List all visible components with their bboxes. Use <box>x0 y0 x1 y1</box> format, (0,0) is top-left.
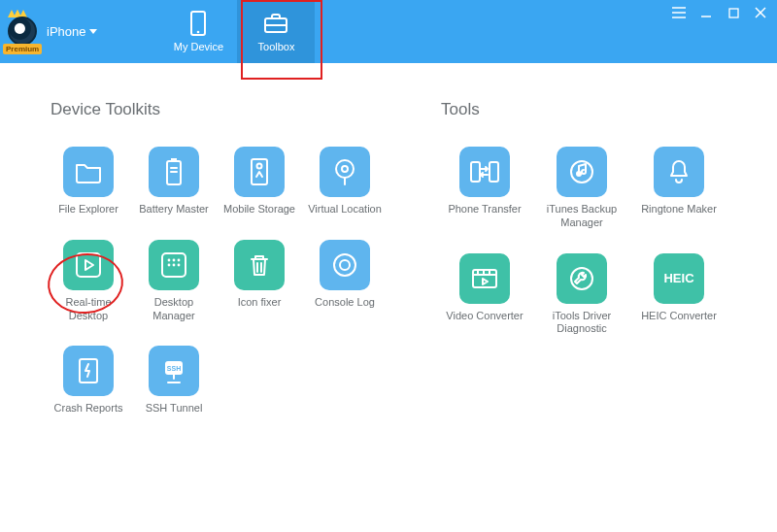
svg-point-30 <box>340 260 350 270</box>
tile-label: Real-time Desktop <box>51 296 126 323</box>
transfer-icon <box>459 147 510 197</box>
section-title: Tools <box>441 100 723 119</box>
tool-tile[interactable]: Phone Transfer <box>441 147 528 230</box>
brand-area: Premium iPhone <box>0 0 111 63</box>
tool-tile[interactable]: SSHSSH Tunnel <box>136 346 212 416</box>
tile-label: iTools Driver Diagnostic <box>543 310 621 337</box>
tool-tile[interactable]: Ringtone Maker <box>635 147 723 230</box>
nav-tab-toolbox[interactable]: Toolbox <box>237 0 315 63</box>
device-dropdown-label: iPhone <box>47 24 85 39</box>
nav-label: My Device <box>174 41 223 52</box>
svg-point-18 <box>342 166 348 172</box>
svg-rect-19 <box>77 253 100 277</box>
section-title: Device Toolkits <box>51 100 383 119</box>
storage-icon <box>234 147 285 197</box>
svg-point-21 <box>168 258 171 261</box>
tile-label: Battery Master <box>139 203 209 216</box>
svg-point-22 <box>173 258 176 261</box>
tool-tile[interactable]: File Explorer <box>51 147 126 216</box>
toolbox-icon <box>263 11 288 36</box>
wrench-icon <box>557 253 607 304</box>
content-area: Device Toolkits File ExplorerBattery Mas… <box>0 63 777 435</box>
premium-badge: Premium <box>3 44 42 54</box>
device-dropdown[interactable]: iPhone <box>47 24 97 39</box>
tile-label: HEIC Converter <box>641 310 717 323</box>
tile-label: Ringtone Maker <box>641 203 717 216</box>
minimize-icon[interactable] <box>699 6 713 19</box>
svg-point-23 <box>178 258 181 261</box>
tool-tile[interactable]: Virtual Location <box>307 147 383 216</box>
window-controls <box>672 6 767 19</box>
svg-rect-12 <box>171 158 177 161</box>
app-header: Premium iPhone My Device Toolbox <box>0 0 777 63</box>
phone-icon <box>186 11 211 36</box>
tile-label: Crash Reports <box>54 402 123 416</box>
app-logo-icon: Premium <box>6 16 39 49</box>
location-icon <box>320 147 370 197</box>
nav-label: Toolbox <box>258 41 295 52</box>
svg-point-29 <box>334 254 355 276</box>
ssh-icon: SSH <box>149 346 199 396</box>
svg-point-17 <box>336 160 354 178</box>
tool-tile[interactable]: Desktop Manager <box>136 240 212 323</box>
battery-icon <box>149 147 199 197</box>
menu-icon[interactable] <box>672 6 686 19</box>
bell-icon <box>654 147 704 197</box>
tool-tile[interactable]: Crash Reports <box>51 346 126 416</box>
tile-label: Mobile Storage <box>223 203 295 216</box>
tile-label: Desktop Manager <box>136 296 212 323</box>
tool-tile[interactable]: iTunes Backup Manager <box>538 147 625 230</box>
heic-icon: HEIC <box>654 253 704 304</box>
tool-tile[interactable]: iTools Driver Diagnostic <box>538 253 625 337</box>
svg-point-25 <box>173 263 176 266</box>
crash-icon <box>63 346 114 396</box>
toolkits-grid: File ExplorerBattery MasterMobile Storag… <box>51 147 383 416</box>
console-icon <box>320 240 370 290</box>
video-icon <box>459 253 510 304</box>
tool-tile[interactable]: Battery Master <box>136 147 212 216</box>
grid-icon <box>149 240 199 290</box>
tool-tile[interactable]: HEICHEIC Converter <box>635 253 723 337</box>
tile-label: Phone Transfer <box>448 203 521 216</box>
svg-rect-35 <box>490 162 498 182</box>
nav-tab-my-device[interactable]: My Device <box>159 0 237 63</box>
tool-tile[interactable]: Icon fixer <box>221 240 297 323</box>
svg-text:HEIC: HEIC <box>663 271 694 285</box>
svg-point-42 <box>571 268 592 289</box>
svg-rect-8 <box>729 9 738 17</box>
itunes-icon <box>557 147 607 197</box>
tool-tile[interactable]: Console Log <box>307 240 383 323</box>
play-icon <box>63 240 114 290</box>
tile-label: Video Converter <box>446 310 523 323</box>
svg-point-16 <box>257 164 262 169</box>
tile-label: SSH Tunnel <box>146 402 203 416</box>
tile-label: Virtual Location <box>308 203 382 216</box>
maximize-icon[interactable] <box>726 6 740 19</box>
tile-label: File Explorer <box>58 203 118 216</box>
tile-label: iTunes Backup Manager <box>543 203 621 230</box>
svg-rect-34 <box>471 162 480 182</box>
svg-point-24 <box>168 263 171 266</box>
tool-tile[interactable]: Video Converter <box>441 253 528 337</box>
main-nav: My Device Toolbox <box>159 0 315 63</box>
tool-tile[interactable]: Mobile Storage <box>221 147 297 216</box>
tools-section: Tools Phone TransferiTunes Backup Manage… <box>441 100 723 416</box>
tools-grid: Phone TransferiTunes Backup ManagerRingt… <box>441 147 723 336</box>
svg-text:SSH: SSH <box>167 365 181 372</box>
svg-point-1 <box>197 31 200 34</box>
tile-label: Console Log <box>315 296 375 310</box>
trash-icon <box>234 240 285 290</box>
close-icon[interactable] <box>754 6 767 19</box>
device-toolkits-section: Device Toolkits File ExplorerBattery Mas… <box>51 100 383 416</box>
tool-tile[interactable]: Real-time Desktop <box>51 240 126 323</box>
folder-icon <box>63 147 114 197</box>
tile-label: Icon fixer <box>238 296 282 310</box>
svg-point-26 <box>178 263 181 266</box>
